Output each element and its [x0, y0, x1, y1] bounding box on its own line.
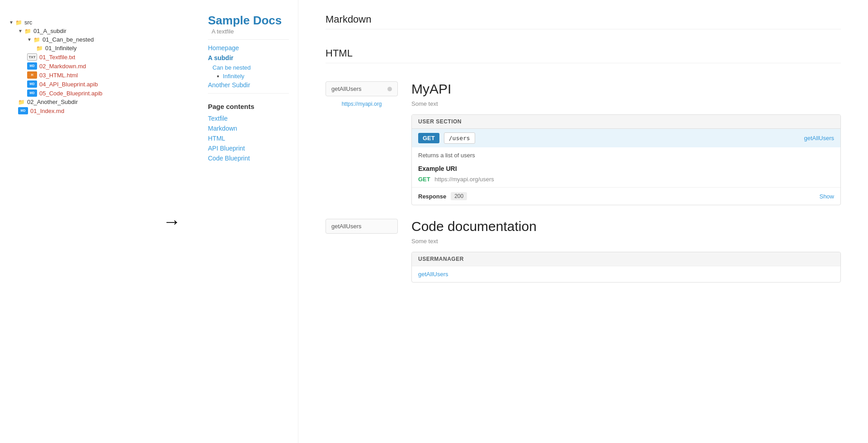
folder-icon: 📁: [18, 99, 25, 105]
nav-homepage[interactable]: Homepage: [208, 44, 289, 52]
folder-icon: 📁: [36, 45, 43, 52]
nav-a-subdir[interactable]: A subdir: [208, 54, 289, 61]
can-be-nested-label: 01_Can_be_nested: [42, 36, 94, 43]
example-get-label: GET: [418, 176, 430, 183]
example-uri-title: Example URI: [412, 163, 840, 174]
root-folder-name: src: [24, 19, 32, 26]
code-doc-title: Code documentation: [411, 219, 841, 234]
nav-panel: Sample Docs A textfile Homepage A subdir…: [199, 0, 298, 443]
tree-item-api-blueprint[interactable]: MD 04_API_Blueprint.apib: [27, 80, 136, 89]
textfile-link[interactable]: 01_Textfile.txt: [39, 54, 75, 61]
usermanager-header: USERMANAGER: [412, 252, 840, 266]
another-subdir-label: 02_Another_Subdir: [27, 99, 78, 105]
apib-badge: MD: [27, 80, 37, 88]
response-label: Response: [418, 193, 446, 200]
html-link[interactable]: 03_HTML.html: [39, 72, 78, 79]
section-html: HTML: [326, 47, 841, 63]
nav-can-be-nested[interactable]: Can be nested: [208, 64, 289, 71]
getallusers-link[interactable]: getAllUsers: [412, 266, 840, 282]
tree-item-markdown[interactable]: MD 02_Markdown.md: [27, 61, 136, 71]
nav-content-html[interactable]: HTML: [208, 135, 289, 142]
a-subdir-children: ▼ 📁 01_Can_be_nested 📁 01_Infinitely TXT…: [18, 35, 136, 98]
example-url: https://myapi.org/users: [434, 176, 494, 183]
code-some-text: Some text: [411, 238, 841, 245]
api-container: getAllUsers https://myapi.org MyAPI Some…: [326, 81, 841, 205]
tree-root[interactable]: ▼ 📁 src: [9, 18, 136, 27]
folder-icon: 📁: [33, 37, 40, 43]
tree-item-index[interactable]: MD 01_Index.md: [18, 106, 136, 115]
get-description: Returns a list of users: [412, 147, 840, 163]
infinitely-label: 01_Infinitely: [45, 45, 76, 52]
api-sidebar: getAllUsers https://myapi.org: [326, 81, 398, 205]
code-blueprint-link[interactable]: 05_Code_Blueprint.apib: [39, 90, 103, 97]
code-selector: getAllUsers: [326, 219, 398, 283]
nav-infinitely-link[interactable]: Infinitely: [223, 73, 245, 80]
can-be-nested-children: 📁 01_Infinitely: [27, 44, 136, 52]
file-tree: ▼ 📁 src ▼ 📁 01_A_subdir ▼ 📁 01_Can_be_ne…: [0, 0, 145, 443]
markdown-heading: Markdown: [326, 14, 841, 29]
md-badge-index: MD: [18, 107, 28, 114]
html-badge: H: [27, 71, 37, 79]
tree-item-infinitely[interactable]: 📁 01_Infinitely: [36, 44, 136, 52]
site-title: Sample Docs: [208, 14, 282, 27]
code-content: Code documentation Some text USERMANAGER…: [411, 219, 841, 283]
nav-content-code-blueprint[interactable]: Code Blueprint: [208, 155, 289, 162]
response-show-button[interactable]: Show: [819, 193, 834, 200]
user-section-box: USER SECTION GET /users getAllUsers Retu…: [411, 114, 841, 205]
a-subdir-label: 01_A_subdir: [33, 28, 66, 34]
markdown-link[interactable]: 02_Markdown.md: [39, 63, 86, 70]
get-path: /users: [444, 132, 475, 144]
api-selector-dropdown[interactable]: getAllUsers: [326, 81, 398, 96]
arrow-section: →: [145, 0, 199, 443]
api-url[interactable]: https://myapi.org: [326, 101, 398, 107]
api-some-text: Some text: [411, 100, 841, 107]
response-code: 200: [451, 192, 467, 200]
api-title: MyAPI: [411, 81, 841, 97]
api-content: MyAPI Some text USER SECTION GET /users …: [411, 81, 841, 205]
user-section-header: USER SECTION: [412, 115, 840, 128]
tree-item-code-blueprint[interactable]: MD 05_Code_Blueprint.apib: [27, 89, 136, 98]
get-row[interactable]: GET /users getAllUsers: [412, 128, 840, 147]
folder-icon: 📁: [24, 28, 31, 34]
nav-bullet-infinitely: Infinitely: [208, 73, 289, 80]
response-row: Response 200 Show: [412, 187, 840, 205]
nav-content-api-blueprint[interactable]: API Blueprint: [208, 145, 289, 152]
chevron-down-icon: ▼: [9, 20, 14, 25]
tree-item-can-be-nested[interactable]: ▼ 📁 01_Can_be_nested: [27, 35, 136, 44]
content-panel: Markdown HTML getAllUsers https://myapi.…: [298, 0, 868, 443]
get-badge: GET: [418, 133, 439, 143]
apib2-badge: MD: [27, 90, 37, 97]
api-selector-label: getAllUsers: [331, 85, 361, 92]
tree-item-textfile[interactable]: TXT 01_Textfile.txt: [27, 52, 136, 61]
code-selector-dropdown[interactable]: getAllUsers: [326, 219, 398, 234]
code-selector-label: getAllUsers: [331, 223, 361, 230]
tree-item-a-subdir[interactable]: ▼ 📁 01_A_subdir: [18, 27, 136, 35]
api-selector-dot: [387, 87, 392, 91]
html-heading: HTML: [326, 47, 841, 63]
chevron-down-icon: ▼: [27, 37, 32, 42]
get-operation-id[interactable]: getAllUsers: [804, 135, 834, 141]
nav-another-subdir[interactable]: Another Subdir: [208, 81, 289, 89]
tree-item-html[interactable]: H 03_HTML.html: [27, 71, 136, 80]
code-doc-section: getAllUsers Code documentation Some text…: [326, 219, 841, 283]
example-uri-value: GET https://myapi.org/users: [412, 174, 840, 187]
md-badge: MD: [27, 62, 37, 70]
folder-icon: 📁: [15, 19, 22, 26]
arrow-right-icon: →: [163, 212, 181, 232]
page-contents-heading: Page contents: [208, 103, 289, 110]
nav-content-markdown[interactable]: Markdown: [208, 125, 289, 132]
nav-content-textfile[interactable]: Textfile: [208, 115, 289, 122]
section-markdown: Markdown: [326, 14, 841, 29]
api-blueprint-link[interactable]: 04_API_Blueprint.apib: [39, 81, 98, 88]
tree-item-another-subdir[interactable]: 📁 02_Another_Subdir: [18, 98, 136, 106]
usermanager-box: USERMANAGER getAllUsers: [411, 252, 841, 283]
txt-badge: TXT: [27, 53, 37, 61]
chevron-down-icon: ▼: [18, 28, 23, 33]
nav-divider-1: [208, 39, 289, 40]
root-children: ▼ 📁 01_A_subdir ▼ 📁 01_Can_be_nested 📁 0…: [9, 27, 136, 115]
index-link[interactable]: 01_Index.md: [30, 108, 64, 114]
nav-divider-2: [208, 93, 289, 94]
site-subtitle: A textfile: [212, 28, 234, 35]
